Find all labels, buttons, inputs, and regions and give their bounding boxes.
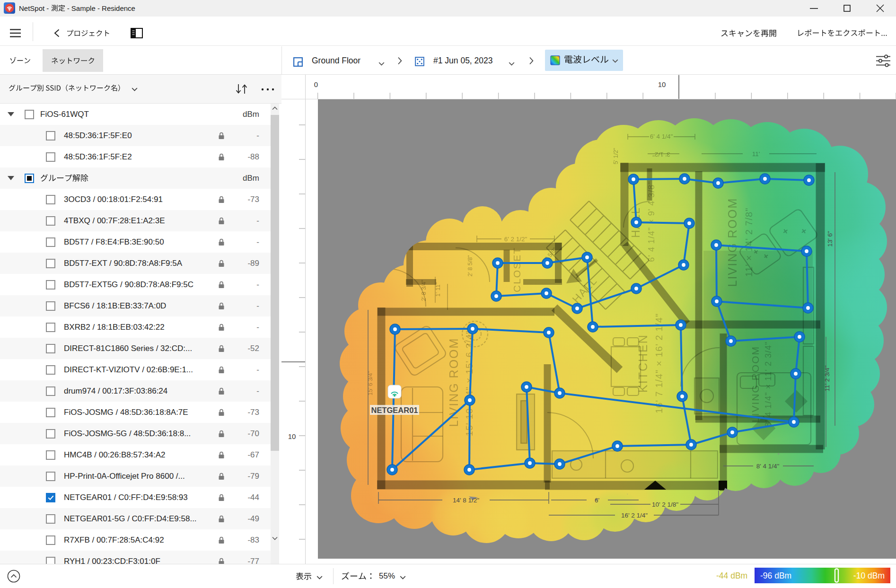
svg-text:LIVING ROOM: LIVING ROOM xyxy=(750,346,761,422)
svg-text:10: 10 xyxy=(288,432,296,440)
svg-text:NETGEAR01: NETGEAR01 xyxy=(371,406,418,414)
svg-text:CLOSET: CLOSET xyxy=(511,247,522,292)
svg-text:2' 8 3/4": 2' 8 3/4" xyxy=(421,280,427,301)
svg-text:3' 1/2": 3' 1/2" xyxy=(652,151,670,158)
svg-text:11' × 14' 2 7/8": 11' × 14' 2 7/8" xyxy=(744,208,754,277)
svg-text:-96 dBm: -96 dBm xyxy=(760,571,791,580)
svg-text:1' 11": 1' 11" xyxy=(435,282,441,297)
svg-text:6': 6' xyxy=(595,497,599,504)
svg-text:5' 1/2": 5' 1/2" xyxy=(613,148,619,165)
svg-text:11' 2 3/4": 11' 2 3/4" xyxy=(824,365,831,391)
svg-text:10' 2 1/8": 10' 2 1/8" xyxy=(652,501,678,508)
svg-text:-10 dBm: -10 dBm xyxy=(853,571,885,580)
svg-text:6' 2 1/2": 6' 2 1/2" xyxy=(504,236,527,243)
svg-text:6' 4 1/4": 6' 4 1/4" xyxy=(650,133,673,140)
svg-text:0: 0 xyxy=(314,80,318,88)
svg-text:2' 8 5/8": 2' 8 5/8" xyxy=(467,255,474,276)
svg-text:11': 11' xyxy=(752,150,760,158)
svg-text:8' 4 1/4" × 11' 2 3/4": 8' 4 1/4" × 11' 2 3/4" xyxy=(764,342,773,427)
svg-text:LIVING ROOM: LIVING ROOM xyxy=(726,198,739,287)
svg-text:13' 6": 13' 6" xyxy=(826,231,834,247)
svg-text:KITCHEN: KITCHEN xyxy=(636,334,650,393)
svg-text:10: 10 xyxy=(658,80,666,88)
svg-text:16' 2 1/4": 16' 2 1/4" xyxy=(621,512,648,519)
svg-text:16' 7 1/4" × 16' 2 1/4": 16' 7 1/4" × 16' 2 1/4" xyxy=(654,313,664,413)
svg-text:6' 4 1/4" × 9' 4 3/8": 6' 4 1/4" × 9' 4 3/8" xyxy=(647,181,656,262)
svg-text:8' 4 1/4": 8' 4 1/4" xyxy=(756,463,780,470)
svg-text:14' 8 1/2": 14' 8 1/2" xyxy=(453,497,479,504)
